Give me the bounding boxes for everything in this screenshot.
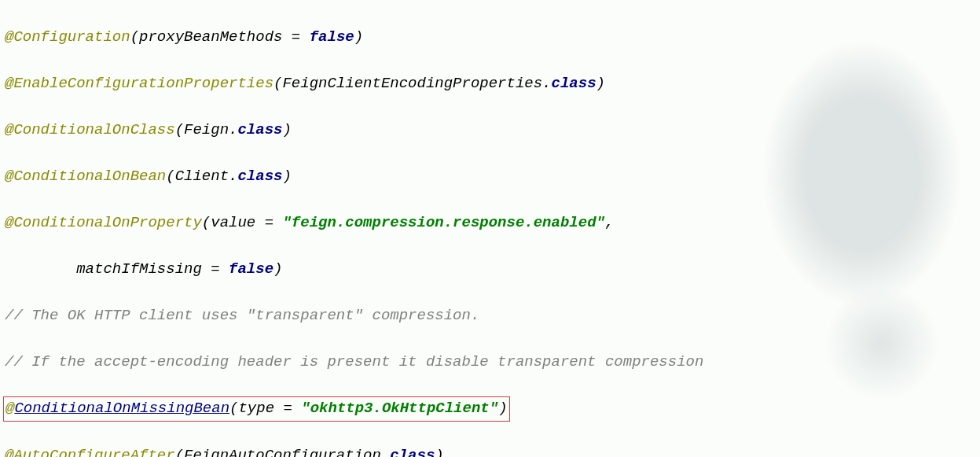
comment: // If the accept-encoding header is pres… xyxy=(5,353,703,370)
comment: // The OK HTTP client uses "transparent"… xyxy=(5,307,479,324)
code-line[interactable]: @ConditionalOnProperty(value = "feign.co… xyxy=(5,212,980,234)
string-literal: "feign.compression.response.enabled" xyxy=(282,214,604,231)
annotation: @ConditionalOnProperty xyxy=(5,214,202,231)
highlight-box-annotation: @ConditionalOnMissingBean(type = "okhttp… xyxy=(3,396,510,421)
code-line[interactable]: @AutoConfigureAfter(FeignAutoConfigurati… xyxy=(5,444,980,457)
code-line[interactable]: @ConditionalOnBean(Client.class) xyxy=(5,165,980,188)
annotation: @ConditionalOnBean xyxy=(5,168,166,185)
code-line[interactable]: // If the accept-encoding header is pres… xyxy=(5,351,980,374)
annotation: @ConditionalOnClass xyxy=(5,121,175,138)
string-literal: "okhttp3.OkHttpClient" xyxy=(301,400,498,417)
code-line[interactable]: @ConditionalOnClass(Feign.class) xyxy=(5,119,980,142)
annotation: @EnableConfigurationProperties xyxy=(5,75,273,92)
code-line[interactable]: @ConditionalOnMissingBean(type = "okhttp… xyxy=(5,396,980,421)
code-line[interactable]: @Configuration(proxyBeanMethods = false) xyxy=(5,26,980,49)
annotation: @Configuration xyxy=(5,28,130,46)
code-line[interactable]: @EnableConfigurationProperties(FeignClie… xyxy=(5,72,980,95)
annotation-link[interactable]: ConditionalOnMissingBean xyxy=(14,400,229,417)
annotation: @AutoConfigureAfter xyxy=(5,447,175,457)
code-line[interactable]: // The OK HTTP client uses "transparent"… xyxy=(5,304,980,327)
code-line[interactable]: matchIfMissing = false) xyxy=(5,258,980,281)
code-editor[interactable]: @Configuration(proxyBeanMethods = false)… xyxy=(0,0,980,457)
